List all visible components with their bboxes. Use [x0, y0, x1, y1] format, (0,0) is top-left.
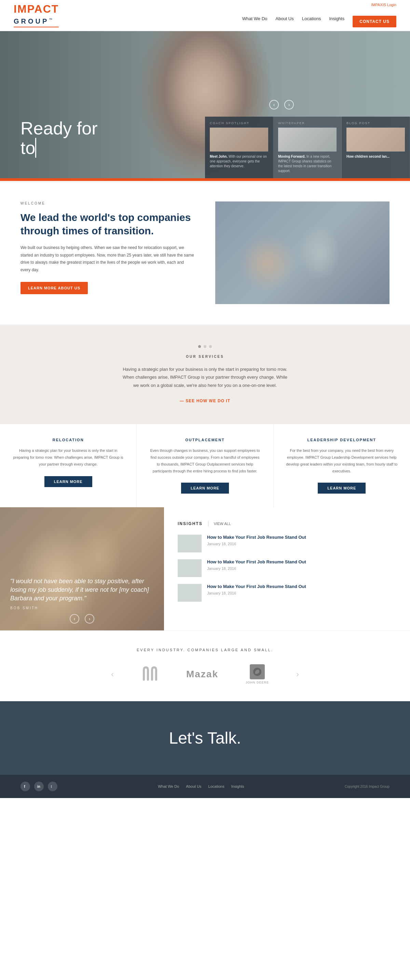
footer-copyright: Copyright 2016 Impact Group — [345, 785, 389, 788]
card-blog[interactable]: BLOG POST How children second lan... — [342, 117, 410, 178]
main-nav: What We Do About Us Locations Insights C… — [242, 10, 396, 27]
services-label: OUR SERVICES — [14, 355, 396, 358]
contact-us-button[interactable]: CONTACT US — [353, 16, 396, 27]
see-how-link[interactable]: SEE HOW WE DO IT — [180, 398, 230, 403]
twitter-svg: t — [51, 784, 55, 788]
linkedin-svg: in — [37, 784, 41, 788]
insight-item-1[interactable]: How to Make Your First Job Resume Stand … — [178, 535, 396, 552]
lets-talk-section: Let's Talk. — [0, 701, 410, 775]
twitter-icon[interactable]: t — [48, 782, 57, 791]
card-coach-desc: Meet John. With our personal one on one … — [210, 154, 268, 169]
office-image — [215, 202, 389, 304]
logo-impact: IMPACT — [14, 3, 59, 15]
john-deere-svg — [252, 667, 262, 676]
mcdonalds-logo — [141, 665, 159, 683]
hero-heading-line2: to — [21, 138, 35, 158]
footer-nav-what-we-do[interactable]: What We Do — [158, 784, 179, 788]
footer-nav-insights[interactable]: Insights — [231, 784, 244, 788]
facebook-svg: f — [23, 784, 27, 788]
insight-title-3: How to Make Your First Job Resume Stand … — [207, 584, 306, 590]
insights-title: INSIGHTS — [178, 521, 203, 526]
insight-title-1: How to Make Your First Job Resume Stand … — [207, 535, 306, 541]
relocation-body: Having a strategic plan for your busines… — [12, 447, 124, 468]
header: IMPACT GROUP™ IMPAXIS Login What We Do A… — [0, 0, 410, 31]
leadership-learn-btn[interactable]: LEARN MORE — [318, 483, 366, 493]
services-dots — [14, 345, 396, 348]
logo[interactable]: IMPACT GROUP™ — [14, 3, 59, 27]
footer-social: f in t — [21, 782, 57, 791]
testimonial-text: "I would not have been able to stay posi… — [10, 577, 154, 610]
insight-item-2[interactable]: How to Make Your First Job Resume Stand … — [178, 559, 396, 577]
dot-2 — [204, 345, 206, 348]
linkedin-icon[interactable]: in — [34, 782, 44, 791]
clients-next-arrow[interactable]: › — [296, 670, 299, 679]
logo-group: GROUP™ — [14, 18, 54, 25]
clients-prev-arrow[interactable]: ‹ — [111, 670, 114, 679]
logo-underline — [14, 27, 59, 27]
card-coach-spotlight[interactable]: COACH SPOTLIGHT Meet John. With our pers… — [205, 117, 273, 178]
dot-3 — [209, 345, 212, 348]
insight-date-2: January 18, 2016 — [207, 566, 306, 571]
hero-heading-line1: Ready for — [21, 118, 97, 138]
footer-nav-about-us[interactable]: About Us — [186, 784, 201, 788]
john-deere-text: JOHN DEERE — [246, 681, 269, 684]
clients-label: EVERY INDUSTRY. COMPANIES LARGE AND SMAL… — [21, 648, 389, 652]
nav-about-us[interactable]: About Us — [275, 16, 293, 21]
hero-cursor — [35, 138, 36, 158]
outplacement-title: OUTPLACEMENT — [149, 438, 261, 442]
clients-section: EVERY INDUSTRY. COMPANIES LARGE AND SMAL… — [0, 630, 410, 701]
relocation-learn-btn[interactable]: LEARN MORE — [44, 476, 92, 487]
footer-nav-locations[interactable]: Locations — [208, 784, 225, 788]
john-deere-logo: JOHN DEERE — [246, 664, 269, 684]
insight-title-2: How to Make Your First Job Resume Stand … — [207, 559, 306, 565]
service-card-leadership: LEADERSHIP DEVELOPMENT For the best from… — [274, 424, 410, 507]
card-whitepaper[interactable]: WHITEPAPER Moving Forward. In a new repo… — [273, 117, 342, 178]
insights-panel: INSIGHTS VIEW ALL How to Make Your First… — [164, 507, 410, 630]
insight-date-3: January 18, 2016 — [207, 591, 306, 595]
hero-section: Ready for to ‹ › COACH SPOTLIGHT Meet Jo… — [0, 31, 410, 178]
nav-locations[interactable]: Locations — [302, 16, 321, 21]
insights-header: INSIGHTS VIEW ALL — [178, 521, 396, 527]
welcome-body: We built our business by helping others.… — [21, 244, 195, 274]
welcome-label: WELCOME — [21, 202, 195, 205]
learn-more-button[interactable]: LEARN MORE ABOUT US — [21, 282, 88, 294]
hero-prev-arrow[interactable]: ‹ — [269, 100, 279, 110]
impaxis-login-link[interactable]: IMPAXIS Login — [371, 3, 396, 7]
testimonial-prev-arrow[interactable]: ‹ — [70, 614, 79, 624]
hero-next-arrow[interactable]: › — [284, 100, 294, 110]
testimonial-quote: "I would not have been able to stay posi… — [10, 577, 154, 603]
card-blog-title: How children second lan... — [347, 154, 389, 158]
card-whitepaper-title: Moving Forward. — [278, 154, 306, 158]
facebook-icon[interactable]: f — [21, 782, 30, 791]
john-deere-icon — [250, 664, 265, 679]
testimonial-arrows: ‹ › — [70, 614, 94, 624]
nav-insights[interactable]: Insights — [329, 16, 344, 21]
footer-nav: What We Do About Us Locations Insights — [158, 784, 244, 788]
insight-item-3[interactable]: How to Make Your First Job Resume Stand … — [178, 584, 396, 602]
service-cards: RELOCATION Having a strategic plan for y… — [0, 424, 410, 507]
hero-text: Ready for to — [21, 119, 97, 158]
mcdonalds-icon — [141, 665, 159, 683]
services-body: Having a strategic plan for your busines… — [120, 365, 290, 389]
testimonial-next-arrow[interactable]: › — [85, 614, 94, 624]
outplacement-body: Even through changes in business, you ca… — [149, 447, 261, 474]
welcome-left: WELCOME We lead the world's top companie… — [21, 202, 195, 294]
outplacement-learn-btn[interactable]: LEARN MORE — [181, 483, 229, 493]
insight-info-2: How to Make Your First Job Resume Stand … — [207, 559, 306, 571]
svg-text:t: t — [51, 785, 52, 788]
card-coach-image — [210, 127, 268, 151]
leadership-body: For the best from your company, you need… — [286, 447, 398, 474]
services-section: OUR SERVICES Having a strategic plan for… — [0, 325, 410, 424]
welcome-office-photo — [215, 202, 389, 304]
hero-cards: COACH SPOTLIGHT Meet John. With our pers… — [205, 117, 410, 178]
insights-view-all[interactable]: VIEW ALL — [214, 522, 231, 526]
service-card-outplacement: OUTPLACEMENT Even through changes in bus… — [137, 424, 273, 507]
card-whitepaper-label: WHITEPAPER — [278, 121, 337, 125]
mazak-logo: Mazak — [186, 669, 218, 680]
svg-text:f: f — [24, 784, 25, 788]
nav-what-we-do[interactable]: What We Do — [242, 16, 267, 21]
testimonial-name: BOB SMITH — [10, 606, 154, 610]
insight-info-1: How to Make Your First Job Resume Stand … — [207, 535, 306, 546]
leadership-title: LEADERSHIP DEVELOPMENT — [286, 438, 398, 442]
relocation-title: RELOCATION — [12, 438, 124, 442]
